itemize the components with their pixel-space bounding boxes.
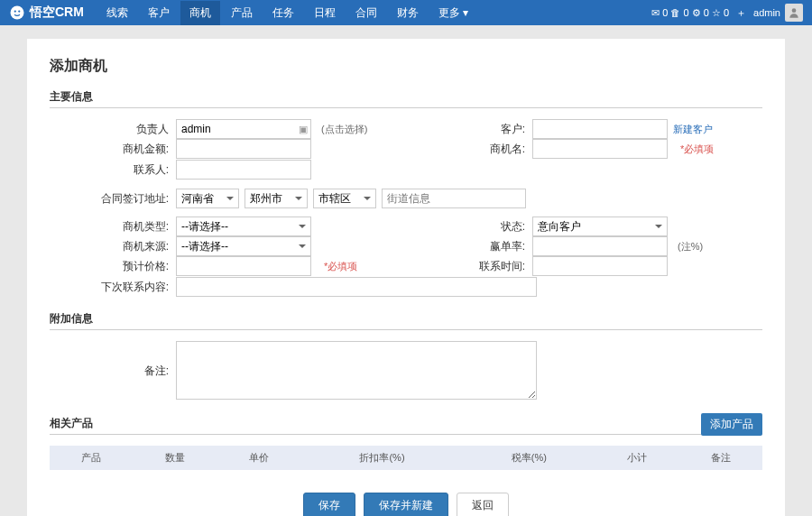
nav-right: ✉ 0 🗑 0 ⚙ 0 ☆ 0 ＋ admin bbox=[651, 4, 803, 22]
label-owner: 负责人 bbox=[50, 122, 176, 137]
label-winrate: 赢单率: bbox=[406, 239, 532, 254]
table-col-header: 折扣率(%) bbox=[301, 446, 464, 470]
form-actions: 保存 保存并新建 返回 bbox=[50, 493, 762, 516]
svg-point-0 bbox=[11, 6, 24, 20]
table-col-header: 小计 bbox=[595, 446, 678, 470]
label-remark: 备注: bbox=[50, 341, 176, 379]
table-col-header: 税率(%) bbox=[463, 446, 595, 470]
page-title: 添加商机 bbox=[50, 57, 762, 76]
label-status: 状态: bbox=[406, 219, 532, 235]
nav-item-5[interactable]: 日程 bbox=[305, 1, 345, 25]
label-source: 商机来源: bbox=[50, 239, 176, 254]
table-col-header: 单价 bbox=[217, 446, 301, 470]
page-content: 添加商机 主要信息 负责人 ▣ (点击选择) 客户: 新建客户 bbox=[27, 39, 785, 516]
customer-input[interactable] bbox=[532, 119, 668, 139]
click-select-hint: (点击选择) bbox=[321, 123, 367, 136]
label-next-content: 下次联系内容: bbox=[50, 280, 176, 295]
opp-name-input[interactable] bbox=[532, 139, 668, 159]
contact-time-input[interactable] bbox=[532, 256, 668, 276]
card-icon: ▣ bbox=[299, 124, 308, 135]
nav-item-8[interactable]: 更多 ▾ bbox=[429, 1, 477, 25]
new-customer-link[interactable]: 新建客户 bbox=[673, 123, 713, 136]
nav-item-7[interactable]: 财务 bbox=[388, 1, 428, 25]
section-products: 相关产品 bbox=[50, 416, 762, 435]
label-contact-time: 联系时间: bbox=[406, 259, 532, 274]
street-input[interactable] bbox=[382, 189, 526, 208]
nav-item-6[interactable]: 合同 bbox=[346, 1, 386, 25]
city-select[interactable]: 郑州市 bbox=[245, 189, 308, 208]
nav-item-3[interactable]: 产品 bbox=[222, 1, 262, 25]
label-amount: 商机金额: bbox=[50, 142, 176, 157]
label-type: 商机类型: bbox=[50, 219, 176, 235]
add-product-button[interactable]: 添加产品 bbox=[701, 413, 762, 436]
label-contact: 联系人: bbox=[50, 162, 176, 178]
avatar bbox=[785, 4, 803, 22]
status-select[interactable]: 意向客户 bbox=[532, 217, 668, 236]
main-navbar: 悟空CRM 线索客户商机产品任务日程合同财务更多 ▾ ✉ 0 🗑 0 ⚙ 0 ☆… bbox=[0, 0, 812, 25]
nav-item-2[interactable]: 商机 bbox=[180, 1, 220, 25]
nav-links: 线索客户商机产品任务日程合同财务更多 ▾ bbox=[97, 1, 651, 25]
section-main-info: 主要信息 bbox=[50, 89, 762, 108]
required-name: *必填项 bbox=[680, 143, 714, 156]
table-col-header: 数量 bbox=[134, 446, 217, 470]
remark-textarea[interactable] bbox=[176, 341, 537, 400]
back-button[interactable]: 返回 bbox=[457, 493, 509, 516]
brand-logo[interactable]: 悟空CRM bbox=[9, 5, 84, 21]
district-select[interactable]: 市辖区 bbox=[313, 189, 376, 208]
nav-item-0[interactable]: 线索 bbox=[97, 1, 137, 25]
winrate-input[interactable] bbox=[532, 236, 668, 256]
owner-input[interactable] bbox=[176, 119, 311, 139]
username: admin bbox=[753, 7, 780, 18]
required-price: *必填项 bbox=[324, 260, 357, 273]
winrate-hint: (注%) bbox=[678, 240, 703, 253]
label-estprice: 预计价格: bbox=[50, 259, 176, 274]
svg-point-1 bbox=[14, 10, 16, 12]
amount-input[interactable] bbox=[176, 139, 311, 159]
section-extra-info: 附加信息 bbox=[50, 311, 762, 330]
nav-item-4[interactable]: 任务 bbox=[263, 1, 303, 25]
label-address: 合同签订地址: bbox=[50, 191, 176, 207]
contact-input[interactable] bbox=[176, 160, 311, 180]
user-menu[interactable]: admin bbox=[753, 4, 803, 22]
svg-point-2 bbox=[18, 10, 20, 12]
nav-item-1[interactable]: 客户 bbox=[139, 1, 179, 25]
source-select[interactable]: --请选择-- bbox=[176, 236, 311, 256]
table-col-header: 产品 bbox=[50, 446, 134, 470]
label-opp-name: 商机名: bbox=[406, 142, 532, 157]
svg-point-3 bbox=[792, 8, 797, 13]
table-col-header: 备注 bbox=[678, 446, 762, 470]
plus-button[interactable]: ＋ bbox=[736, 6, 746, 20]
next-content-input[interactable] bbox=[176, 277, 537, 297]
estprice-input[interactable] bbox=[176, 256, 311, 276]
monkey-icon bbox=[9, 5, 25, 21]
save-button[interactable]: 保存 bbox=[303, 493, 355, 516]
product-table: 产品数量单价折扣率(%)税率(%)小计备注 bbox=[50, 446, 762, 470]
label-customer: 客户: bbox=[406, 122, 532, 137]
province-select[interactable]: 河南省 bbox=[176, 189, 239, 208]
type-select[interactable]: --请选择-- bbox=[176, 217, 311, 236]
notifications[interactable]: ✉ 0 🗑 0 ⚙ 0 ☆ 0 bbox=[651, 7, 729, 19]
save-new-button[interactable]: 保存并新建 bbox=[364, 493, 448, 516]
app-name: 悟空CRM bbox=[30, 5, 84, 21]
